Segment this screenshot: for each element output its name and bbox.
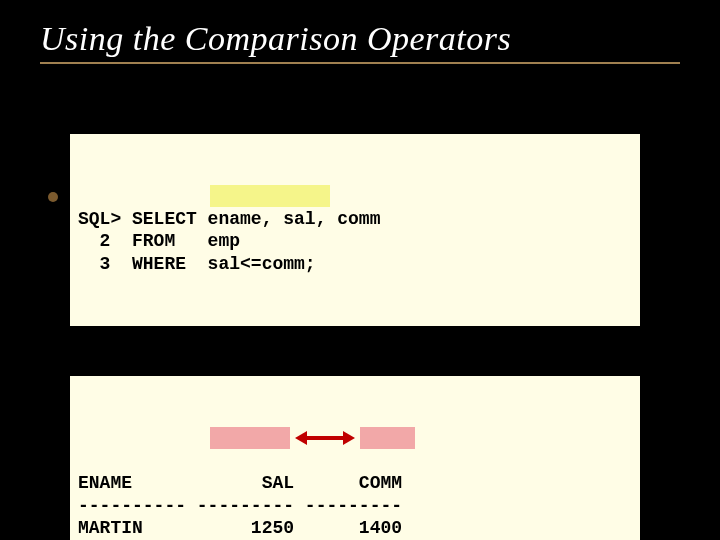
bullet-icon <box>48 192 58 202</box>
sql-result-block: ENAME SAL COMM ---------- --------- ----… <box>70 376 640 540</box>
sql-query-block: SQL> SELECT ename, sal, comm 2 FROM emp … <box>70 134 640 326</box>
highlight-condition <box>210 185 330 207</box>
slide: Using the Comparison Operators SQL> SELE… <box>0 0 720 540</box>
title-underline <box>40 62 680 64</box>
query-line-2: 2 FROM emp <box>78 231 240 251</box>
arrow-icon <box>295 431 360 540</box>
highlight-sal-value <box>210 427 290 449</box>
query-text: SQL> SELECT ename, sal, comm 2 FROM emp … <box>78 208 632 276</box>
query-line-1: SQL> SELECT ename, sal, comm <box>78 209 380 229</box>
query-line-3: 3 WHERE sal<=comm; <box>78 254 316 274</box>
page-title: Using the Comparison Operators <box>40 20 680 58</box>
highlight-comm-value <box>360 427 415 449</box>
